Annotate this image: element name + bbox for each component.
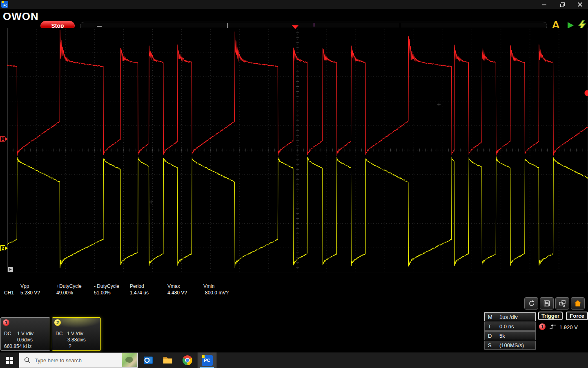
ch1-offset: 0.6divs: [17, 337, 33, 343]
scope-toolbar: OWON Stop A: [0, 9, 588, 24]
export-button[interactable]: [555, 297, 569, 310]
chrome-icon: [182, 355, 193, 366]
trigger-source-badge[interactable]: 1: [539, 323, 546, 330]
search-highlight-image[interactable]: [122, 353, 137, 367]
ch1-marker-label: 1: [0, 136, 5, 142]
save-icon: [543, 299, 551, 307]
taskbar-search-input[interactable]: Type here to search: [19, 352, 138, 368]
trigger-level-value: 1.920 V: [559, 324, 578, 330]
measurement-item: - DutyCycle51.00%: [94, 283, 133, 296]
measurement-item: +DutyCycle49.00%: [56, 283, 95, 296]
search-placeholder: Type here to search: [35, 357, 82, 364]
desktop: { "titlebar": { "app_icon": "PC" }, "too…: [0, 0, 588, 368]
outlook-icon: [143, 355, 154, 366]
measurement-item: Vmax4.480 V?: [167, 283, 206, 296]
reference-cross-marks: [149, 103, 441, 204]
file-explorer-icon: [163, 355, 173, 366]
ch2-offset: -3.88divs: [66, 337, 86, 343]
close-button[interactable]: [577, 2, 583, 7]
export-icon: [558, 299, 566, 307]
start-button[interactable]: [0, 352, 19, 368]
ch1-frequency: 660.854 kHz: [4, 343, 31, 349]
taskbar-pc-app-button[interactable]: PC: [198, 352, 216, 368]
restore-button[interactable]: [559, 2, 565, 7]
timebase-row-t[interactable]: T 0.0 ns: [484, 322, 536, 331]
measurement-bar: CH1 Vpp5.280 V? +DutyCycle49.00% - DutyC…: [0, 283, 318, 296]
timebase-row-s[interactable]: S (100MS/s): [484, 341, 536, 350]
ch1-marker-arrow-icon: [5, 137, 8, 141]
expand-arrow-icon: [9, 268, 12, 271]
ch2-marker-arrow-icon: [5, 247, 8, 250]
measurement-item: Vmin-800.0 mV?: [203, 283, 242, 296]
ch2-position-marker[interactable]: 2: [0, 245, 8, 251]
ch1-position-marker[interactable]: 1: [0, 136, 8, 142]
ch1-number-badge: 1: [3, 319, 9, 326]
ch2-number-badge: 2: [54, 319, 61, 326]
owon-logo: OWON: [3, 10, 39, 23]
utility-icon-row: [524, 297, 585, 310]
rising-edge-icon: [549, 323, 558, 330]
app-icon-accent: [2, 1, 4, 3]
window-controls: [541, 0, 583, 9]
ch2-coupling: DC: [56, 331, 62, 337]
ch2-marker-label: 2: [0, 245, 5, 251]
expand-menu-button[interactable]: [8, 267, 13, 272]
minimize-icon: [542, 4, 546, 5]
ch2-panel[interactable]: 2 DC 1 V /div -3.88divs ?: [52, 317, 101, 351]
ch2-frequency: ?: [69, 343, 71, 349]
scrollbar-trigger-marker[interactable]: [314, 23, 314, 27]
waveform-canvas: [7, 28, 588, 272]
app-icon: PC: [1, 1, 8, 8]
taskbar-outlook-button[interactable]: [139, 352, 158, 368]
trigger-position-marker[interactable]: [292, 25, 298, 29]
measurement-item: Vpp5.280 V?: [20, 283, 59, 296]
restore-icon: [560, 4, 564, 7]
taskbar-explorer-button[interactable]: [158, 352, 177, 368]
scrollbar-handle-dash[interactable]: [97, 26, 102, 27]
home-icon: [574, 299, 582, 307]
capture-button[interactable]: [524, 297, 538, 310]
ch1-scale: 1 V /div: [17, 331, 33, 337]
timebase-row-d[interactable]: D 5k: [484, 331, 536, 340]
pc-app-icon: PC: [202, 355, 213, 366]
minimize-button[interactable]: [541, 2, 547, 7]
timebase-panel: M 1us /div T 0.0 ns D 5k S (100MS/s): [484, 312, 536, 350]
trigger-panel: Trigger Force 1 1.920 V: [538, 312, 588, 351]
timebase-row-m[interactable]: M 1us /div: [484, 312, 536, 321]
taskbar-chrome-button[interactable]: [178, 352, 197, 368]
scope-display-area[interactable]: 1 2: [7, 28, 588, 272]
force-button[interactable]: Force: [566, 312, 588, 320]
window-titlebar: PC: [0, 0, 588, 9]
search-icon: [24, 357, 31, 364]
capture-icon: [527, 299, 535, 307]
home-button[interactable]: [571, 297, 585, 310]
ch2-scale: 1 V /div: [67, 331, 83, 337]
trigger-button[interactable]: Trigger: [538, 312, 563, 320]
measurement-item: Period1.474 us: [130, 283, 169, 296]
app-icon-label: PC: [3, 4, 7, 7]
save-button[interactable]: [540, 297, 554, 310]
ch1-panel[interactable]: 1 DC 1 V /div 0.6divs 660.854 kHz: [0, 317, 50, 351]
windows-taskbar: Type here to search PC: [0, 352, 588, 368]
ch2-trace: [7, 157, 588, 268]
measurement-channel: CH1: [4, 290, 14, 296]
windows-logo-icon: [6, 357, 13, 364]
ch1-coupling: DC: [4, 331, 11, 337]
